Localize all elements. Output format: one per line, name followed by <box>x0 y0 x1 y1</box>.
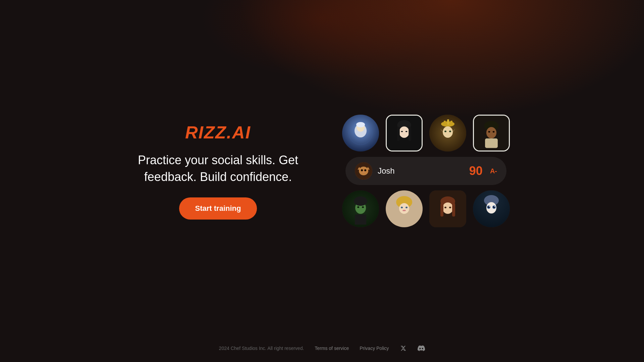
score-username: Josh <box>378 166 464 176</box>
svg-point-8 <box>401 131 403 132</box>
svg-rect-52 <box>440 203 443 217</box>
avatar-5[interactable] <box>342 190 379 227</box>
score-number: 90 <box>469 164 483 178</box>
hero-area: RIZZ.AI Practice your social skills. Get… <box>134 115 510 227</box>
avatar-4[interactable] <box>473 115 510 152</box>
svg-point-24 <box>486 127 496 138</box>
svg-rect-14 <box>444 121 446 125</box>
brand-logo: RIZZ.AI <box>185 122 251 142</box>
svg-point-26 <box>493 131 495 133</box>
svg-point-30 <box>361 169 363 171</box>
svg-point-44 <box>401 207 403 208</box>
svg-point-25 <box>488 131 490 133</box>
svg-point-3 <box>356 122 365 127</box>
svg-rect-40 <box>355 215 366 225</box>
svg-rect-27 <box>485 138 498 148</box>
svg-rect-10 <box>397 127 400 141</box>
svg-point-61 <box>489 206 490 207</box>
left-panel: RIZZ.AI Practice your social skills. Get… <box>134 122 302 220</box>
svg-point-43 <box>399 203 409 214</box>
svg-point-31 <box>364 169 366 171</box>
avatar-2[interactable] <box>386 115 423 152</box>
avatar-6[interactable] <box>386 190 423 227</box>
svg-point-46 <box>402 210 406 211</box>
main-content: RIZZ.AI Practice your social skills. Get… <box>0 0 644 362</box>
svg-point-50 <box>444 207 446 208</box>
svg-point-9 <box>406 131 408 132</box>
hero-tagline: Practice your social skills. Get feedbac… <box>134 152 302 186</box>
avatar-1[interactable] <box>342 115 379 152</box>
svg-point-18 <box>444 131 446 132</box>
score-grade: A- <box>490 167 497 175</box>
svg-point-19 <box>449 131 451 132</box>
avatar-3[interactable] <box>429 115 466 152</box>
svg-point-49 <box>442 202 453 214</box>
svg-point-51 <box>449 207 451 208</box>
avatar-row-bottom <box>342 190 510 227</box>
svg-rect-16 <box>450 121 452 125</box>
start-training-button[interactable]: Start training <box>179 197 257 220</box>
avatar-7[interactable] <box>429 190 466 227</box>
score-card: Josh 90 A- <box>345 157 506 185</box>
avatar-8[interactable] <box>473 190 510 227</box>
avatar-row-top <box>342 115 510 152</box>
svg-rect-11 <box>409 127 411 141</box>
svg-point-29 <box>359 167 368 175</box>
svg-point-37 <box>354 196 367 206</box>
svg-rect-53 <box>452 203 455 217</box>
svg-point-39 <box>362 206 364 208</box>
svg-point-17 <box>443 126 453 138</box>
score-avatar <box>355 162 372 180</box>
svg-point-32 <box>363 172 364 173</box>
svg-rect-15 <box>447 119 449 125</box>
svg-point-45 <box>406 207 408 208</box>
svg-point-62 <box>494 206 495 207</box>
svg-point-7 <box>399 126 409 138</box>
right-panel: Josh 90 A- <box>342 115 510 227</box>
svg-point-38 <box>357 206 359 208</box>
